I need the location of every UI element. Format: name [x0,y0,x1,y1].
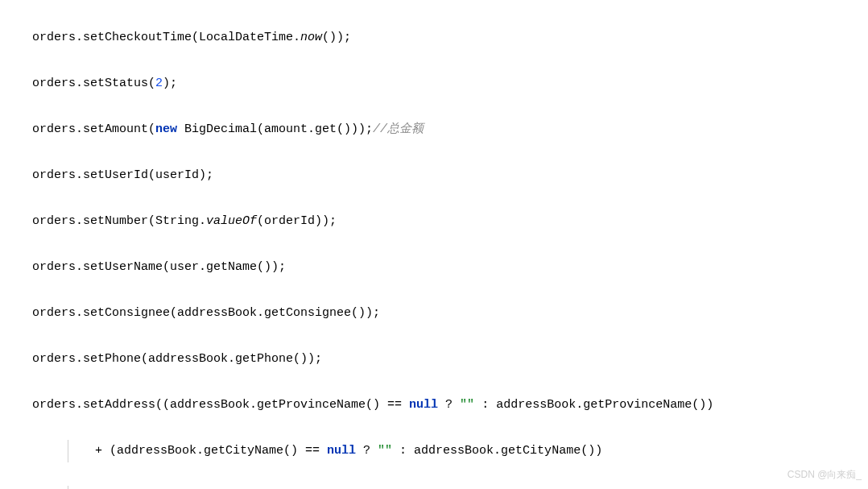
code-line: orders.setUserName(user.getName()); [32,256,868,280]
watermark: CSDN @向来痴_ [787,466,862,484]
code-block: orders.setCheckoutTime(LocalDateTime.now… [0,3,868,489]
code-line-continuation: + (addressBook.getCityName() == null ? "… [32,440,868,463]
code-line: orders.setPhone(addressBook.getPhone()); [32,348,868,371]
code-line-continuation: + (addressBook.getDistrictName() == null… [32,486,868,490]
code-line: orders.setStatus(2); [32,73,868,96]
code-line: orders.setCheckoutTime(LocalDateTime.now… [32,27,868,50]
code-line: orders.setUserId(userId); [32,164,868,188]
code-line: orders.setAmount(new BigDecimal(amount.g… [32,118,868,142]
code-line: orders.setAddress((addressBook.getProvin… [32,394,868,417]
code-line: orders.setNumber(String.valueOf(orderId)… [32,210,868,234]
code-line: orders.setConsignee(addressBook.getConsi… [32,302,868,325]
